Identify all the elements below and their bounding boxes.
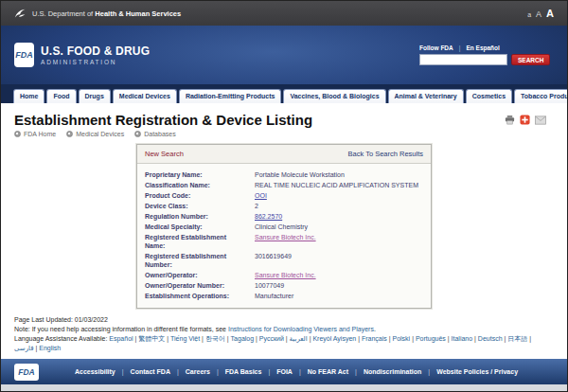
- lang-english[interactable]: English: [39, 345, 61, 351]
- establishment-name-link[interactable]: Sansure Biotech Inc.: [255, 233, 316, 241]
- footer-link-website-policies[interactable]: Website Policies / Privacy: [436, 368, 518, 375]
- lang-espanol[interactable]: Español: [109, 335, 138, 342]
- row-label: Regulation Number:: [145, 212, 255, 221]
- brand-line1: U.S. FOOD & DRUG: [41, 45, 150, 58]
- footer-fda-logo[interactable]: FDA: [14, 364, 39, 381]
- lang-korean[interactable]: 한국어: [205, 335, 231, 342]
- language-label: Language Assistance Available:: [14, 335, 107, 342]
- fda-brand-text: U.S. FOOD & DRUG ADMINISTRATION: [41, 45, 150, 65]
- tab-vaccines-blood-biologics[interactable]: Vaccines, Blood & Biologics: [283, 89, 385, 103]
- lang-arabic[interactable]: العربية: [290, 335, 313, 342]
- language-assistance: Language Assistance Available: Español繁體…: [14, 334, 539, 353]
- breadcrumb: FDA Home Medical Devices Databases: [1, 128, 567, 137]
- tab-home[interactable]: Home: [13, 89, 44, 103]
- lang-japanese[interactable]: 日本語: [507, 335, 531, 342]
- table-row-owner-operator: Owner/Operator:Sansure Biotech Inc.: [145, 270, 423, 280]
- dept-prefix: U.S. Department of: [32, 9, 93, 18]
- table-row-registered-establishment-number: Registered Establishment Number:30166196…: [145, 251, 423, 270]
- en-espanol-link[interactable]: En Español: [466, 45, 499, 51]
- table-row-classification-name: Classification Name:REAL TIME NUCLEIC AC…: [145, 180, 423, 190]
- footer-links: Accessibility Contact FDA Careers FDA Ba…: [39, 368, 554, 375]
- lang-polish[interactable]: Polski: [393, 335, 416, 342]
- lang-farsi[interactable]: فارسی: [14, 345, 39, 351]
- header-right: Follow FDA | En Español SEARCH: [419, 45, 550, 65]
- row-label: Establishment Operations:: [145, 292, 255, 300]
- text-size-large[interactable]: A: [546, 8, 554, 19]
- page-action-icons: [505, 115, 546, 125]
- email-icon[interactable]: [535, 116, 546, 125]
- main-content: Establishment Registration & Device List…: [1, 103, 567, 359]
- footer-link-contact-fda[interactable]: Contact FDA: [131, 368, 186, 375]
- lang-german[interactable]: Deutsch: [478, 335, 507, 342]
- tab-food[interactable]: Food: [46, 89, 76, 103]
- fda-brand[interactable]: FDA U.S. FOOD & DRUG ADMINISTRATION: [14, 43, 150, 67]
- follow-fda-link[interactable]: Follow FDA: [419, 45, 453, 51]
- lang-vietnamese[interactable]: Tiếng Việt: [170, 335, 205, 342]
- printer-icon[interactable]: [505, 115, 515, 125]
- brand-line2: ADMINISTRATION: [41, 59, 150, 65]
- table-row-establishment-operations: Establishment Operations:Manufacturer: [145, 291, 423, 301]
- search-button[interactable]: SEARCH: [511, 54, 550, 65]
- breadcrumb-databases[interactable]: Databases: [134, 131, 175, 137]
- owner-operator-link[interactable]: Sansure Biotech Inc.: [255, 271, 316, 279]
- footer-link-no-fear-act[interactable]: No FEAR Act: [308, 368, 364, 375]
- breadcrumb-bullet-icon: [66, 131, 73, 137]
- row-label: Proprietary Name:: [145, 170, 255, 179]
- footer-link-accessibility[interactable]: Accessibility: [75, 368, 131, 375]
- tab-medical-devices[interactable]: Medical Devices: [113, 89, 177, 103]
- tab-cosmetics[interactable]: Cosmetics: [466, 89, 512, 103]
- page-footer-info: Page Last Updated: 01/03/2022 Note: If y…: [1, 309, 552, 353]
- lang-russian[interactable]: Русский: [259, 335, 290, 342]
- lang-french[interactable]: Français: [362, 335, 393, 342]
- lang-portuguese[interactable]: Português: [416, 335, 452, 342]
- share-icon[interactable]: [520, 115, 530, 125]
- footer-link-careers[interactable]: Careers: [186, 368, 225, 375]
- page-last-updated: Page Last Updated: 01/03/2022: [14, 315, 539, 325]
- viewers-players-link[interactable]: Instructions for Downloading Viewers and…: [228, 326, 374, 332]
- row-label: Device Class:: [145, 202, 255, 210]
- back-to-search-results-link[interactable]: Back To Search Results: [348, 150, 423, 158]
- hhs-eagle-icon: [14, 8, 27, 20]
- lang-italian[interactable]: Italiano: [452, 335, 478, 342]
- product-code-link[interactable]: OOI: [255, 191, 267, 200]
- file-formats-note: Note: If you need help accessing informa…: [14, 325, 539, 334]
- lang-kreyol[interactable]: Kreyòl Ayisyen: [312, 335, 362, 342]
- fda-logo[interactable]: FDA: [14, 43, 34, 67]
- hhs-utility-bar: U.S. Department of Health & Human Servic…: [1, 1, 567, 26]
- row-value: Portable Molecule Workstation: [255, 170, 345, 179]
- page-title: Establishment Registration & Device List…: [1, 103, 567, 128]
- breadcrumb-medical-devices[interactable]: Medical Devices: [66, 131, 124, 137]
- breadcrumb-label: FDA Home: [24, 131, 56, 137]
- table-row-registered-establishment-name: Registered Establishment Name:Sansure Bi…: [145, 232, 423, 251]
- tab-animal-veterinary[interactable]: Animal & Veterinary: [388, 89, 464, 103]
- main-nav-tabs: Home Food Drugs Medical Devices Radiatio…: [1, 84, 567, 103]
- regulation-number-link[interactable]: 862.2570: [255, 212, 282, 221]
- breadcrumb-label: Databases: [144, 131, 175, 137]
- text-size-small[interactable]: a: [527, 11, 531, 18]
- new-search-link[interactable]: New Search: [145, 150, 184, 158]
- search-input[interactable]: [419, 54, 507, 65]
- results-box-header: New Search Back To Search Results: [137, 145, 431, 164]
- lang-chinese[interactable]: 繁體中文: [138, 335, 170, 342]
- text-size-medium[interactable]: A: [536, 9, 541, 19]
- table-row-product-code: Product Code:OOI: [145, 190, 423, 201]
- tab-tobacco-products[interactable]: Tobacco Products: [514, 89, 568, 103]
- bottom-strip: [1, 384, 567, 392]
- hhs-department-link[interactable]: U.S. Department of Health & Human Servic…: [14, 8, 181, 20]
- lang-tagalog[interactable]: Tagalog: [231, 335, 259, 342]
- row-value: Clinical Chemistry: [255, 223, 308, 231]
- table-row-device-class: Device Class:2: [145, 201, 423, 211]
- row-value: 10077049: [255, 281, 284, 290]
- footer-link-foia[interactable]: FOIA: [276, 368, 308, 375]
- row-value: Manufacturer: [255, 292, 293, 300]
- text-size-controls: a A A: [527, 8, 554, 19]
- table-row-regulation-number: Regulation Number:862.2570: [145, 211, 423, 222]
- tab-radiation-emitting-products[interactable]: Radiation-Emitting Products: [179, 89, 282, 103]
- footer-link-fda-basics[interactable]: FDA Basics: [225, 368, 276, 375]
- breadcrumb-fda-home[interactable]: FDA Home: [14, 131, 56, 137]
- header-link-divider: |: [459, 45, 461, 51]
- tab-drugs[interactable]: Drugs: [79, 89, 111, 103]
- footer-link-nondiscrimination[interactable]: Nondiscrimination: [364, 368, 436, 375]
- breadcrumb-bullet-icon: [14, 131, 21, 137]
- note-period: .: [374, 326, 376, 332]
